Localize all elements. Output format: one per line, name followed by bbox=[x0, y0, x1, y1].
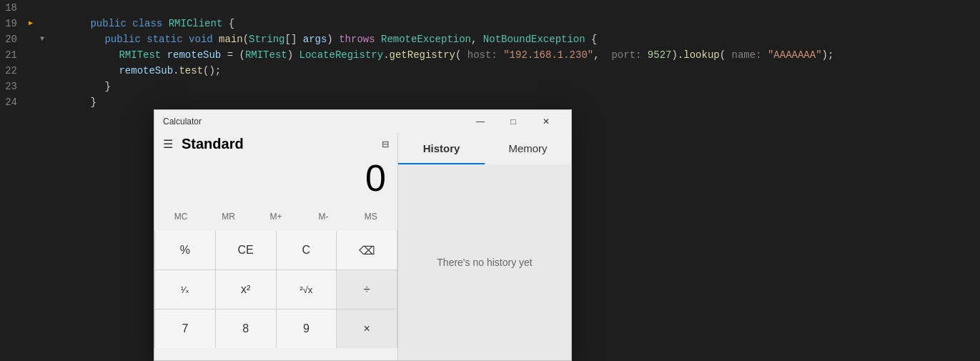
close-button[interactable]: ✕ bbox=[530, 110, 563, 133]
square-button[interactable]: x² bbox=[216, 270, 276, 309]
calculator-title: Calculator bbox=[163, 117, 202, 127]
percent-button[interactable]: % bbox=[155, 231, 215, 269]
calculator-right-panel: History Memory There's no history yet bbox=[397, 133, 571, 360]
backspace-button[interactable]: ⌫ bbox=[337, 231, 397, 269]
hamburger-icon[interactable]: ☰ bbox=[163, 137, 173, 152]
calculator-left-panel: ☰ Standard ⊟ 0 MC MR M+ M- MS % CE C ⌫ bbox=[154, 133, 397, 360]
calculator-buttons-grid: % CE C ⌫ ¹⁄ₓ x² ²√x ÷ 7 8 9 × bbox=[154, 231, 397, 348]
multiply-button[interactable]: × bbox=[337, 310, 397, 348]
eight-button[interactable]: 8 bbox=[216, 310, 276, 348]
mr-button[interactable]: MR bbox=[204, 205, 252, 228]
no-history-text: There's no history yet bbox=[437, 257, 532, 268]
sqrt-button[interactable]: ²√x bbox=[277, 270, 337, 309]
history-tab[interactable]: History bbox=[398, 133, 485, 164]
calculator-header: ☰ Standard ⊟ bbox=[154, 133, 397, 155]
display-number: 0 bbox=[365, 157, 386, 199]
minimize-button[interactable]: — bbox=[464, 110, 497, 133]
calculator-tabs: History Memory bbox=[398, 133, 571, 164]
c-button[interactable]: C bbox=[277, 231, 337, 269]
divide-button[interactable]: ÷ bbox=[337, 270, 397, 309]
code-line-24: 24 } bbox=[0, 94, 980, 110]
ms-button[interactable]: MS bbox=[347, 205, 395, 228]
seven-button[interactable]: 7 bbox=[155, 310, 215, 348]
memory-row: MC MR M+ M- MS bbox=[154, 205, 397, 231]
reciprocal-button[interactable]: ¹⁄ₓ bbox=[155, 270, 215, 309]
history-content: There's no history yet bbox=[398, 164, 571, 360]
window-controls: — □ ✕ bbox=[464, 110, 563, 133]
maximize-button[interactable]: □ bbox=[497, 110, 530, 133]
mminus-button[interactable]: M- bbox=[300, 205, 347, 228]
mc-button[interactable]: MC bbox=[157, 205, 204, 228]
nine-button[interactable]: 9 bbox=[277, 310, 337, 348]
calculator-titlebar: Calculator — □ ✕ bbox=[154, 110, 571, 133]
calculator-window: Calculator — □ ✕ ☰ Standard ⊟ 0 MC MR bbox=[154, 109, 572, 361]
calculator-display: 0 bbox=[154, 155, 397, 205]
memory-tab[interactable]: Memory bbox=[485, 133, 571, 164]
mplus-button[interactable]: M+ bbox=[252, 205, 300, 228]
calculator-mode-title: Standard bbox=[182, 136, 373, 152]
history-panel-icon[interactable]: ⊟ bbox=[382, 137, 389, 152]
ce-button[interactable]: CE bbox=[216, 231, 276, 269]
calculator-body: ☰ Standard ⊟ 0 MC MR M+ M- MS % CE C ⌫ bbox=[154, 133, 571, 360]
